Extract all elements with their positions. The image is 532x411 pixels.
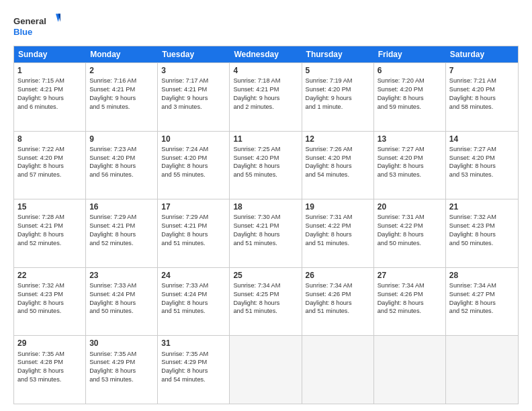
day-info: Sunrise: 7:21 AMSunset: 4:20 PMDaylight:…	[449, 77, 496, 109]
day-info: Sunrise: 7:23 AMSunset: 4:20 PMDaylight:…	[89, 146, 136, 178]
day-number: 28	[449, 270, 515, 281]
calendar-week-4: 22Sunrise: 7:32 AMSunset: 4:23 PMDayligh…	[14, 267, 518, 336]
calendar-empty	[302, 336, 374, 404]
calendar-body: 1Sunrise: 7:15 AMSunset: 4:21 PMDaylight…	[14, 62, 518, 404]
day-info: Sunrise: 7:25 AMSunset: 4:20 PMDaylight:…	[233, 146, 280, 178]
calendar-day-20: 20Sunrise: 7:31 AMSunset: 4:22 PMDayligh…	[374, 199, 446, 267]
day-number: 26	[306, 270, 370, 281]
day-info: Sunrise: 7:31 AMSunset: 4:22 PMDaylight:…	[306, 214, 353, 246]
day-number: 22	[17, 270, 82, 281]
day-info: Sunrise: 7:35 AMSunset: 4:28 PMDaylight:…	[17, 351, 64, 383]
day-number: 24	[161, 270, 226, 281]
calendar-day-25: 25Sunrise: 7:34 AMSunset: 4:25 PMDayligh…	[230, 268, 302, 336]
day-number: 21	[449, 201, 515, 212]
calendar-day-22: 22Sunrise: 7:32 AMSunset: 4:23 PMDayligh…	[14, 268, 86, 336]
header-day-thursday: Thursday	[302, 46, 374, 62]
header-day-monday: Monday	[86, 46, 158, 62]
day-info: Sunrise: 7:32 AMSunset: 4:23 PMDaylight:…	[17, 282, 64, 314]
day-info: Sunrise: 7:34 AMSunset: 4:26 PMDaylight:…	[378, 282, 425, 314]
calendar-day-15: 15Sunrise: 7:28 AMSunset: 4:21 PMDayligh…	[14, 199, 86, 267]
logo-svg: General Blue	[13, 11, 60, 40]
day-info: Sunrise: 7:19 AMSunset: 4:20 PMDaylight:…	[306, 77, 353, 109]
logo: General Blue	[13, 11, 60, 40]
calendar-day-1: 1Sunrise: 7:15 AMSunset: 4:21 PMDaylight…	[14, 63, 86, 131]
header-day-wednesday: Wednesday	[230, 46, 302, 62]
calendar-header: SundayMondayTuesdayWednesdayThursdayFrid…	[14, 46, 518, 62]
calendar-day-28: 28Sunrise: 7:34 AMSunset: 4:27 PMDayligh…	[446, 268, 518, 336]
calendar-day-10: 10Sunrise: 7:24 AMSunset: 4:20 PMDayligh…	[158, 132, 230, 199]
calendar-week-3: 15Sunrise: 7:28 AMSunset: 4:21 PMDayligh…	[14, 199, 518, 267]
day-number: 31	[161, 338, 226, 349]
day-number: 12	[306, 134, 370, 144]
day-info: Sunrise: 7:22 AMSunset: 4:20 PMDaylight:…	[17, 146, 64, 178]
day-number: 27	[378, 270, 442, 281]
calendar-day-16: 16Sunrise: 7:29 AMSunset: 4:21 PMDayligh…	[86, 199, 158, 267]
calendar-day-19: 19Sunrise: 7:31 AMSunset: 4:22 PMDayligh…	[302, 199, 374, 267]
day-number: 11	[233, 134, 298, 144]
day-number: 14	[449, 134, 515, 144]
day-info: Sunrise: 7:24 AMSunset: 4:20 PMDaylight:…	[161, 146, 208, 178]
calendar-empty	[374, 336, 446, 404]
calendar-day-7: 7Sunrise: 7:21 AMSunset: 4:20 PMDaylight…	[446, 63, 518, 131]
day-number: 7	[449, 65, 515, 76]
day-number: 20	[378, 201, 442, 212]
calendar-day-30: 30Sunrise: 7:35 AMSunset: 4:29 PMDayligh…	[86, 336, 158, 404]
header-day-sunday: Sunday	[14, 46, 86, 62]
svg-text:Blue: Blue	[13, 27, 32, 37]
day-number: 30	[89, 338, 154, 349]
day-number: 2	[89, 65, 154, 76]
calendar-week-5: 29Sunrise: 7:35 AMSunset: 4:28 PMDayligh…	[14, 335, 518, 404]
day-number: 13	[378, 134, 442, 144]
calendar-day-26: 26Sunrise: 7:34 AMSunset: 4:26 PMDayligh…	[302, 268, 374, 336]
day-number: 18	[233, 201, 298, 212]
day-info: Sunrise: 7:26 AMSunset: 4:20 PMDaylight:…	[306, 146, 353, 178]
day-number: 8	[17, 134, 82, 144]
calendar-empty	[446, 336, 518, 404]
day-number: 4	[233, 65, 298, 76]
calendar-day-21: 21Sunrise: 7:32 AMSunset: 4:23 PMDayligh…	[446, 199, 518, 267]
day-number: 6	[378, 65, 442, 76]
day-info: Sunrise: 7:28 AMSunset: 4:21 PMDaylight:…	[17, 214, 64, 246]
calendar-day-9: 9Sunrise: 7:23 AMSunset: 4:20 PMDaylight…	[86, 132, 158, 199]
day-number: 1	[17, 65, 82, 76]
day-info: Sunrise: 7:15 AMSunset: 4:21 PMDaylight:…	[17, 77, 64, 109]
day-number: 25	[233, 270, 298, 281]
day-number: 19	[306, 201, 370, 212]
day-number: 17	[161, 201, 226, 212]
day-number: 16	[89, 201, 154, 212]
calendar-day-6: 6Sunrise: 7:20 AMSunset: 4:20 PMDaylight…	[374, 63, 446, 131]
header-day-saturday: Saturday	[446, 46, 518, 62]
calendar-day-13: 13Sunrise: 7:27 AMSunset: 4:20 PMDayligh…	[374, 132, 446, 199]
calendar: SundayMondayTuesdayWednesdayThursdayFrid…	[13, 46, 519, 404]
day-info: Sunrise: 7:30 AMSunset: 4:21 PMDaylight:…	[233, 214, 280, 246]
day-info: Sunrise: 7:20 AMSunset: 4:20 PMDaylight:…	[378, 77, 425, 109]
calendar-day-2: 2Sunrise: 7:16 AMSunset: 4:21 PMDaylight…	[86, 63, 158, 131]
day-number: 29	[17, 338, 82, 349]
svg-text:General: General	[13, 16, 46, 26]
day-number: 9	[89, 134, 154, 144]
day-info: Sunrise: 7:29 AMSunset: 4:21 PMDaylight:…	[161, 214, 208, 246]
calendar-day-11: 11Sunrise: 7:25 AMSunset: 4:20 PMDayligh…	[230, 132, 302, 199]
day-number: 23	[89, 270, 154, 281]
calendar-day-23: 23Sunrise: 7:33 AMSunset: 4:24 PMDayligh…	[86, 268, 158, 336]
day-info: Sunrise: 7:17 AMSunset: 4:21 PMDaylight:…	[161, 77, 208, 109]
day-info: Sunrise: 7:32 AMSunset: 4:23 PMDaylight:…	[449, 214, 496, 246]
calendar-day-14: 14Sunrise: 7:27 AMSunset: 4:20 PMDayligh…	[446, 132, 518, 199]
day-info: Sunrise: 7:35 AMSunset: 4:29 PMDaylight:…	[89, 351, 136, 383]
calendar-day-8: 8Sunrise: 7:22 AMSunset: 4:20 PMDaylight…	[14, 132, 86, 199]
calendar-day-4: 4Sunrise: 7:18 AMSunset: 4:21 PMDaylight…	[230, 63, 302, 131]
day-number: 3	[161, 65, 226, 76]
calendar-day-5: 5Sunrise: 7:19 AMSunset: 4:20 PMDaylight…	[302, 63, 374, 131]
calendar-day-3: 3Sunrise: 7:17 AMSunset: 4:21 PMDaylight…	[158, 63, 230, 131]
day-info: Sunrise: 7:34 AMSunset: 4:25 PMDaylight:…	[233, 282, 280, 314]
day-info: Sunrise: 7:29 AMSunset: 4:21 PMDaylight:…	[89, 214, 136, 246]
day-info: Sunrise: 7:33 AMSunset: 4:24 PMDaylight:…	[161, 282, 208, 314]
calendar-day-18: 18Sunrise: 7:30 AMSunset: 4:21 PMDayligh…	[230, 199, 302, 267]
day-info: Sunrise: 7:31 AMSunset: 4:22 PMDaylight:…	[378, 214, 425, 246]
day-number: 10	[161, 134, 226, 144]
day-info: Sunrise: 7:27 AMSunset: 4:20 PMDaylight:…	[378, 146, 425, 178]
calendar-day-17: 17Sunrise: 7:29 AMSunset: 4:21 PMDayligh…	[158, 199, 230, 267]
day-number: 15	[17, 201, 82, 212]
calendar-empty	[230, 336, 302, 404]
day-info: Sunrise: 7:27 AMSunset: 4:20 PMDaylight:…	[449, 146, 496, 178]
